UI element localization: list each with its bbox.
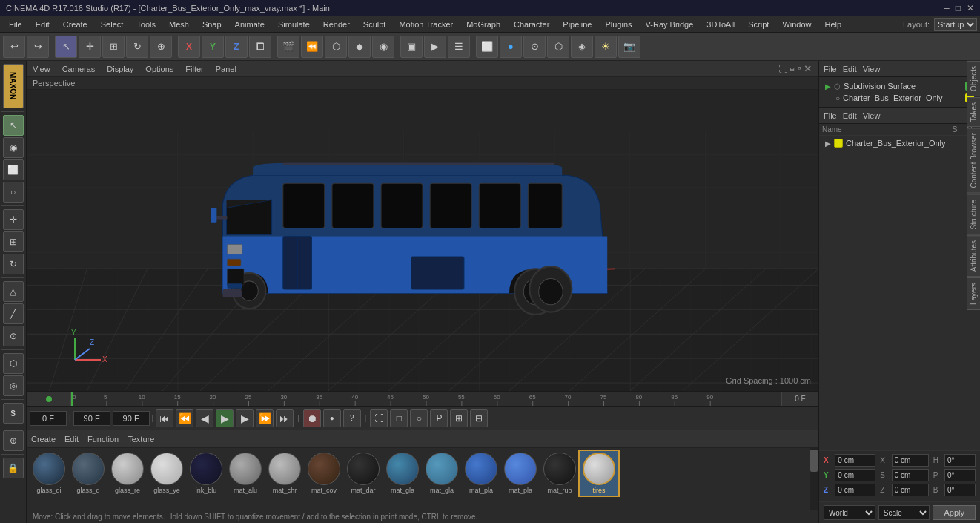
menu-mograph[interactable]: MoGraph <box>460 19 506 30</box>
mat-edit-menu[interactable]: Edit <box>64 435 79 444</box>
material-item-ink-blu[interactable]: ink_blu <box>187 451 225 496</box>
viewport-display-menu[interactable]: Display <box>107 65 133 73</box>
menu-sculpt[interactable]: Sculpt <box>357 19 392 30</box>
move-tool[interactable]: ✛ <box>79 36 101 58</box>
render-settings-button[interactable]: ☰ <box>448 36 470 58</box>
menu-vray-bridge[interactable]: V-Ray Bridge <box>640 19 700 30</box>
cube-button[interactable]: ⬜ <box>476 36 498 58</box>
menu-create[interactable]: Create <box>57 19 93 30</box>
lower-bus-row[interactable]: ▶ Charter_Bus_Exterior_Only <box>822 137 977 149</box>
x-axis-button[interactable]: X <box>178 36 200 58</box>
material-item-glass-di[interactable]: glass_di <box>30 451 68 496</box>
lower-edit-menu[interactable]: Edit <box>843 111 857 120</box>
menu-window[interactable]: Window <box>776 19 817 30</box>
fps-button[interactable]: P <box>430 409 448 427</box>
play-back-button[interactable]: ⏪ <box>301 36 323 58</box>
3d-viewport[interactable]: X Y Z Grid Spacing : 1000 cm <box>27 90 818 391</box>
y-scale-input[interactable] <box>892 469 929 481</box>
camera-button[interactable]: 📷 <box>618 36 640 58</box>
x-pos-input[interactable] <box>835 454 875 467</box>
scale-select[interactable]: Scale <box>878 505 930 520</box>
viewport-filter-menu[interactable]: Filter <box>185 65 203 73</box>
sphere-button[interactable]: ● <box>500 36 522 58</box>
mat-function-menu[interactable]: Function <box>87 435 119 444</box>
material-item-mat-pla1[interactable]: mat_pla <box>462 451 500 496</box>
time-current-input[interactable]: 0 F <box>30 411 67 426</box>
menu-plugins[interactable]: Plugins <box>599 19 638 30</box>
s-button[interactable]: S <box>3 403 24 424</box>
object-axis-button[interactable]: ⧠ <box>249 36 271 58</box>
menu-pipeline[interactable]: Pipeline <box>557 19 597 30</box>
menu-simulate[interactable]: Simulate <box>272 19 316 30</box>
close-button[interactable]: ✕ <box>967 3 974 13</box>
bevel-button[interactable]: ◎ <box>3 375 24 396</box>
material-item-glass-ye[interactable]: glass_ye <box>148 451 186 496</box>
selection-tool-button[interactable]: ↖ <box>3 115 24 136</box>
render-view-button[interactable]: ▣ <box>400 36 423 58</box>
viewport-options-menu[interactable]: Options <box>145 65 173 73</box>
point-mode-button[interactable]: ⊙ <box>3 326 24 346</box>
obj-view-menu[interactable]: View <box>863 65 881 73</box>
menu-mesh[interactable]: Mesh <box>163 19 195 30</box>
lower-view-menu[interactable]: View <box>863 111 881 120</box>
loop-select-button[interactable]: ○ <box>3 182 24 203</box>
timeline-options-button[interactable]: ⊟ <box>470 409 488 427</box>
material-item-mat-alu[interactable]: mat_alu <box>226 451 265 496</box>
edge-mode-button[interactable]: ╱ <box>3 303 24 324</box>
world-select[interactable]: World <box>824 505 875 520</box>
nurbs-button[interactable]: ⬡ <box>547 36 569 58</box>
rect-select-button[interactable]: ⬜ <box>3 159 24 180</box>
menu-select[interactable]: Select <box>95 19 130 30</box>
material-item-mirror[interactable]: tires <box>580 451 618 496</box>
key-sel-button[interactable]: ◆ <box>348 36 371 58</box>
content-browser-tab[interactable]: Content Browser <box>967 128 980 193</box>
auto-key-button[interactable]: ● <box>323 409 341 427</box>
go-start-button[interactable]: ⏮ <box>156 409 173 427</box>
ghost-button[interactable]: □ <box>390 409 408 427</box>
viewport-view-menu[interactable]: View <box>33 65 50 73</box>
obj-edit-menu[interactable]: Edit <box>843 65 857 73</box>
menu-snap[interactable]: Snap <box>196 19 228 30</box>
extrude-button[interactable]: ⬡ <box>3 353 24 374</box>
menu-file[interactable]: File <box>3 19 28 30</box>
undo-button[interactable]: ↩ <box>3 36 25 58</box>
rotate-obj-button[interactable]: ↻ <box>3 254 24 274</box>
layout-select[interactable]: Startup <box>934 18 977 31</box>
lock-button[interactable]: 🔒 <box>3 458 24 478</box>
y-axis-button[interactable]: Y <box>202 36 224 58</box>
viewport-cameras-menu[interactable]: Cameras <box>62 65 96 73</box>
lower-file-menu[interactable]: File <box>824 111 837 120</box>
mat-create-menu[interactable]: Create <box>31 435 56 444</box>
menu-character[interactable]: Character <box>508 19 555 30</box>
material-scroll-thumb[interactable] <box>810 450 818 472</box>
light-button[interactable]: ☀ <box>595 36 617 58</box>
menu-script[interactable]: Script <box>742 19 775 30</box>
material-scrollbar[interactable] <box>810 448 818 510</box>
structure-tab[interactable]: Structure <box>967 194 980 235</box>
z-axis-button[interactable]: Z <box>225 36 248 58</box>
snap-button[interactable]: ⊕ <box>3 430 24 451</box>
apply-button[interactable]: Apply <box>933 505 976 520</box>
material-item-mat-pla2[interactable]: mat_pla <box>501 451 540 496</box>
material-item-glass-d[interactable]: glass_d <box>69 451 107 496</box>
sound-button[interactable]: ⊞ <box>450 409 468 427</box>
menu-edit[interactable]: Edit <box>30 19 56 30</box>
time-start-input[interactable] <box>73 411 110 426</box>
next-frame-button[interactable]: ▶ <box>236 409 254 427</box>
menu-help[interactable]: Help <box>819 19 848 30</box>
poly-mode-button[interactable]: △ <box>3 281 24 302</box>
key-auto-button[interactable]: ◉ <box>372 36 394 58</box>
next-key-button[interactable]: ⏩ <box>256 409 274 427</box>
timeline-button[interactable]: 🎬 <box>277 36 299 58</box>
transform-tool[interactable]: ⊕ <box>150 36 172 58</box>
redo-button[interactable]: ↪ <box>27 36 49 58</box>
objects-tab[interactable]: Objects <box>967 61 980 96</box>
z-scale-input[interactable] <box>892 484 929 496</box>
mat-texture-menu[interactable]: Texture <box>128 435 154 444</box>
material-item-mat-gla2[interactable]: mat_gla <box>423 451 461 496</box>
record-button[interactable]: ⏺ <box>303 409 321 427</box>
scale-tool[interactable]: ⊞ <box>102 36 125 58</box>
cylinder-button[interactable]: ⊙ <box>523 36 546 58</box>
y-pos-input[interactable] <box>835 469 875 481</box>
scale-obj-button[interactable]: ⊞ <box>3 231 24 252</box>
